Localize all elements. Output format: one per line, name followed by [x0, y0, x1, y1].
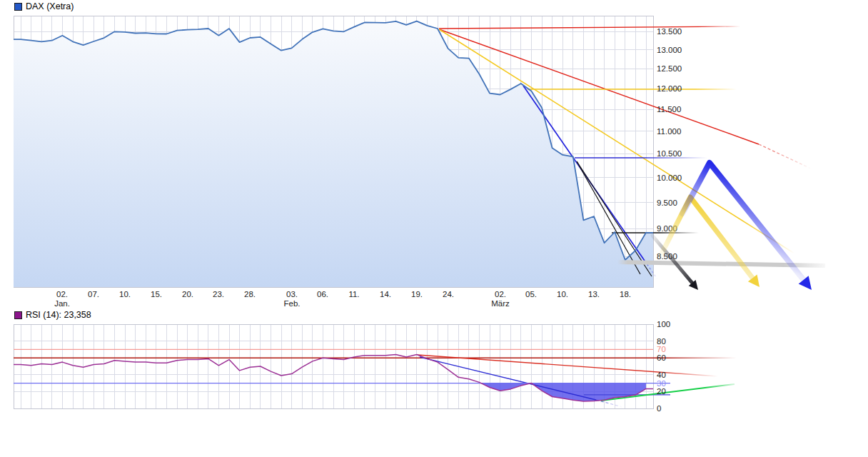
- rsi-legend: RSI (14): 23,358: [14, 310, 91, 320]
- arrow-black[interactable]: [652, 236, 694, 284]
- dax-chart-page: 13.50013.00012.50012.00011.50011.00010.5…: [0, 0, 868, 457]
- dax-legend-label: DAX (Xetra): [26, 1, 74, 11]
- drawing-overlay[interactable]: [0, 0, 868, 457]
- rsi-legend-label: RSI (14): 23,358: [26, 310, 91, 320]
- arrow-yellow[interactable]: [661, 197, 754, 280]
- rsi-legend-swatch: [14, 311, 22, 319]
- dax-legend-swatch: [14, 3, 22, 11]
- dax-legend: DAX (Xetra): [14, 1, 74, 11]
